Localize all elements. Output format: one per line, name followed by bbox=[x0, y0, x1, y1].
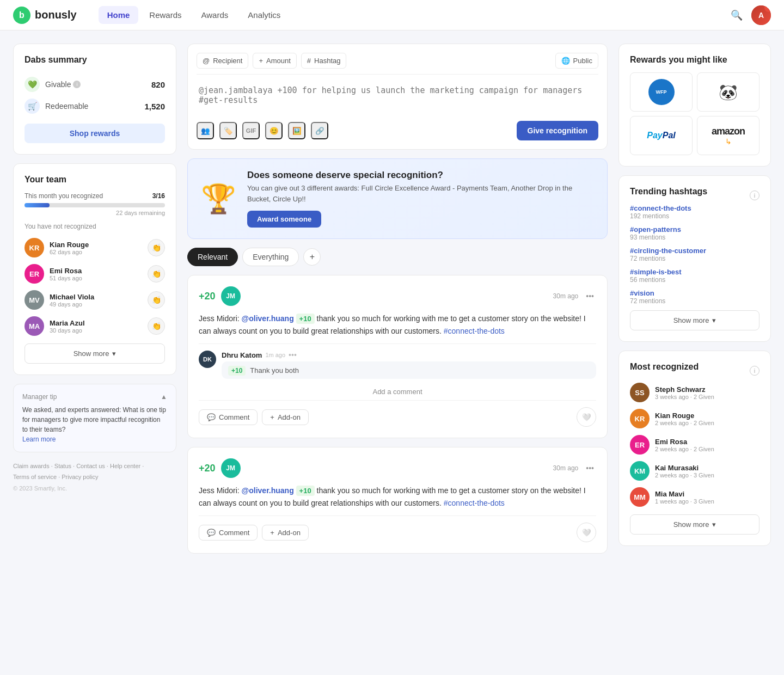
recognized-header: Most recognized i bbox=[630, 362, 759, 379]
main-layout: Dabs summary 💚 Givable i 820 🛒 Redeemabl… bbox=[0, 30, 784, 567]
award-desc: You can give out 3 different awards: Ful… bbox=[247, 183, 594, 204]
trending-tag[interactable]: #open-patterns bbox=[630, 225, 759, 234]
member-action-btn[interactable]: 👏 bbox=[148, 239, 165, 256]
trending-tag[interactable]: #simple-is-best bbox=[630, 268, 759, 276]
filter-relevant[interactable]: Relevant bbox=[187, 248, 238, 266]
gif-icon-btn[interactable]: GIF bbox=[242, 122, 260, 139]
contact-link[interactable]: Contact us bbox=[76, 463, 105, 469]
recognized-meta: 2 weeks ago · 2 Given bbox=[655, 420, 759, 426]
amazon-logo: amazon ↳ bbox=[712, 126, 745, 146]
post-hashtag[interactable]: #connect-the-dots bbox=[444, 499, 505, 507]
trending-list: #connect-the-dots 192 mentions #open-pat… bbox=[630, 204, 759, 305]
visibility-button[interactable]: 🌐 Public bbox=[555, 53, 598, 69]
trending-count: 56 mentions bbox=[630, 276, 759, 284]
hashtag-button[interactable]: # Hashtag bbox=[301, 53, 347, 69]
post-hashtag[interactable]: #connect-the-dots bbox=[444, 327, 505, 335]
post-time: 30m ago bbox=[553, 292, 579, 300]
manager-tip-label: Manager tip bbox=[22, 393, 57, 401]
comment-more-icon[interactable]: ••• bbox=[289, 351, 297, 359]
addon-button[interactable]: + Add-on bbox=[262, 409, 309, 425]
plus-icon: + bbox=[259, 57, 263, 65]
show-more-trending-button[interactable]: Show more ▾ bbox=[630, 310, 759, 330]
link-icon-btn[interactable]: 🔗 bbox=[311, 122, 328, 139]
show-more-recognized-button[interactable]: Show more ▾ bbox=[630, 514, 759, 535]
givable-info-icon[interactable]: i bbox=[73, 81, 81, 88]
not-recognized-label: You have not recognized bbox=[24, 223, 165, 230]
member-name: Michael Viola bbox=[50, 293, 142, 301]
like-button[interactable]: 🤍 bbox=[577, 407, 596, 427]
image-icon-btn[interactable]: 🖼️ bbox=[288, 122, 305, 139]
recognized-item: KM Kai Murasaki 2 weeks ago · 3 Given bbox=[630, 458, 759, 484]
award-title: Does someone deserve special recognition… bbox=[247, 170, 594, 181]
trending-tag[interactable]: #circling-the-customer bbox=[630, 247, 759, 255]
comment-bubble: +10 Thank you both bbox=[222, 361, 596, 379]
recognized-meta: 2 weeks ago · 3 Given bbox=[655, 472, 759, 478]
claim-awards-link[interactable]: Claim awards bbox=[13, 463, 50, 469]
comment-avatar: DK bbox=[199, 351, 216, 368]
recognized-info-icon[interactable]: i bbox=[750, 366, 759, 376]
trending-item: #open-patterns 93 mentions bbox=[630, 225, 759, 241]
post-mention[interactable]: @oliver.huang bbox=[242, 314, 296, 323]
addon-icon: + bbox=[270, 529, 274, 537]
recognized-item: MM Mia Mavi 1 weeks ago · 3 Given bbox=[630, 484, 759, 510]
tag-icon-btn[interactable]: 🏷️ bbox=[219, 122, 237, 139]
logo[interactable]: b bonusly bbox=[13, 7, 77, 24]
team-member: KR Kian Rouge 62 days ago 👏 bbox=[24, 235, 165, 261]
post-more-icon[interactable]: ••• bbox=[584, 462, 596, 475]
shop-rewards-button[interactable]: Shop rewards bbox=[24, 124, 165, 143]
privacy-link[interactable]: Privacy policy bbox=[62, 474, 98, 480]
progress-bar-bg bbox=[24, 203, 165, 207]
trending-tag[interactable]: #vision bbox=[630, 289, 759, 297]
wwf-logo: 🐼 bbox=[719, 83, 738, 101]
help-link[interactable]: Help center bbox=[110, 463, 140, 469]
learn-more-link[interactable]: Learn more bbox=[22, 435, 56, 443]
post-more-icon[interactable]: ••• bbox=[584, 290, 596, 303]
givable-row: 💚 Givable i 820 bbox=[24, 73, 165, 95]
recipient-button[interactable]: @ Recipient bbox=[197, 53, 248, 69]
trending-tag[interactable]: #connect-the-dots bbox=[630, 204, 759, 212]
redeemable-row: 🛒 Redeemable 1,520 bbox=[24, 95, 165, 117]
member-action-btn[interactable]: 👏 bbox=[148, 317, 165, 335]
filter-everything[interactable]: Everything bbox=[242, 248, 299, 266]
emoji-icon-btn[interactable]: 😊 bbox=[265, 122, 283, 139]
hashtag-icon: # bbox=[307, 57, 311, 65]
member-info: Maria Azul 30 days ago bbox=[50, 319, 142, 334]
composer-input[interactable] bbox=[197, 81, 598, 114]
people-icon-btn[interactable]: 👥 bbox=[197, 122, 214, 139]
award-someone-button[interactable]: Award someone bbox=[247, 211, 321, 228]
comment-button[interactable]: 💬 Comment bbox=[199, 525, 258, 541]
composer-footer: 👥 🏷️ GIF 😊 🖼️ 🔗 Give recognition bbox=[197, 121, 598, 140]
trending-card: Trending hashtags i #connect-the-dots 19… bbox=[618, 175, 771, 342]
nav-rewards[interactable]: Rewards bbox=[140, 6, 190, 24]
post-bonus: +10 bbox=[296, 486, 315, 496]
nav-home[interactable]: Home bbox=[99, 6, 139, 24]
add-comment[interactable]: Add a comment bbox=[199, 383, 596, 400]
search-icon[interactable]: 🔍 bbox=[731, 9, 743, 21]
reward-paypal[interactable]: PayPal bbox=[630, 116, 693, 155]
collapse-icon[interactable]: ▲ bbox=[161, 393, 167, 401]
member-action-btn[interactable]: 👏 bbox=[148, 291, 165, 309]
recognized-avatar: SS bbox=[630, 383, 650, 402]
trending-info-icon[interactable]: i bbox=[750, 191, 759, 200]
addon-button[interactable]: + Add-on bbox=[262, 525, 309, 541]
reward-amazon[interactable]: amazon ↳ bbox=[697, 116, 759, 155]
tos-link[interactable]: Terms of service bbox=[13, 474, 57, 480]
nav-analytics[interactable]: Analytics bbox=[239, 6, 289, 24]
post-mention[interactable]: @oliver.huang bbox=[242, 486, 296, 495]
show-more-team-button[interactable]: Show more ▾ bbox=[24, 343, 165, 364]
reward-wfp[interactable]: WFP bbox=[630, 72, 693, 112]
like-button[interactable]: 🤍 bbox=[577, 523, 596, 542]
give-recognition-button[interactable]: Give recognition bbox=[517, 121, 598, 140]
show-more-trending-label: Show more bbox=[673, 316, 709, 324]
member-action-btn[interactable]: 👏 bbox=[148, 265, 165, 283]
reward-wwf[interactable]: 🐼 bbox=[697, 72, 759, 112]
post-points: +20 bbox=[199, 291, 216, 302]
status-link[interactable]: Status bbox=[54, 463, 71, 469]
user-avatar[interactable]: A 4 bbox=[751, 5, 771, 25]
amount-button[interactable]: + Amount bbox=[253, 53, 296, 69]
team-member: ER Emi Rosa 51 days ago 👏 bbox=[24, 261, 165, 287]
trending-item: #simple-is-best 56 mentions bbox=[630, 268, 759, 284]
nav-awards[interactable]: Awards bbox=[193, 6, 237, 24]
comment-button[interactable]: 💬 Comment bbox=[199, 409, 258, 425]
filter-add-button[interactable]: + bbox=[303, 248, 321, 266]
